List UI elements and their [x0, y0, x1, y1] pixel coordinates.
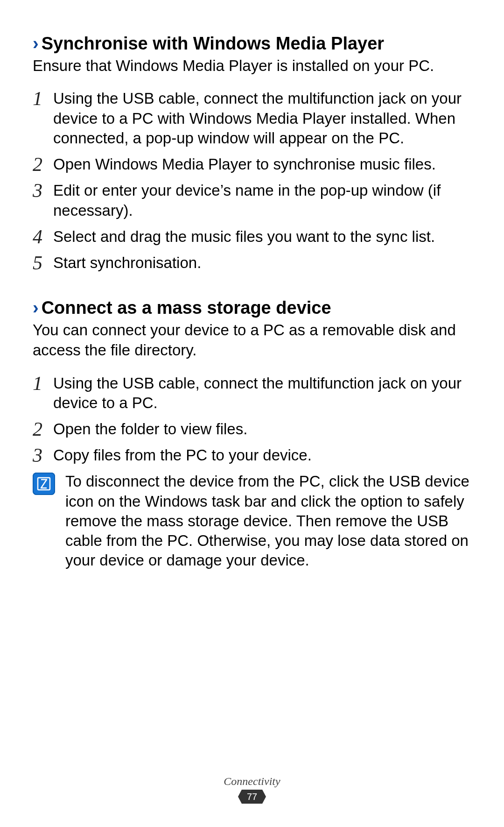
page-number-badge: 77 — [238, 790, 266, 804]
step-number: 3 — [33, 181, 53, 200]
step-text: Using the USB cable, connect the multifu… — [53, 374, 471, 413]
note-icon — [33, 473, 55, 495]
step-item: 4 Select and drag the music files you wa… — [33, 227, 471, 247]
note-block: To disconnect the device from the PC, cl… — [33, 472, 471, 570]
step-number: 1 — [33, 89, 53, 108]
step-text: Open Windows Media Player to synchronise… — [53, 155, 471, 174]
step-number: 5 — [33, 253, 53, 273]
section-intro-sync: Ensure that Windows Media Player is inst… — [33, 56, 471, 76]
section-intro-mass-storage: You can connect your device to a PC as a… — [33, 320, 471, 360]
footer-chapter: Connectivity — [0, 775, 504, 788]
page-footer: Connectivity 77 — [0, 775, 504, 806]
step-number: 4 — [33, 227, 53, 247]
manual-page: ›Synchronise with Windows Media Player E… — [0, 0, 504, 827]
step-item: 3 Copy files from the PC to your device. — [33, 445, 471, 465]
step-item: 2 Open the folder to view files. — [33, 419, 471, 439]
step-number: 2 — [33, 155, 53, 174]
steps-list-mass-storage: 1 Using the USB cable, connect the multi… — [33, 374, 471, 466]
step-item: 2 Open Windows Media Player to synchroni… — [33, 155, 471, 174]
step-text: Copy files from the PC to your device. — [53, 445, 471, 465]
chevron-icon: › — [33, 298, 39, 318]
step-text: Using the USB cable, connect the multifu… — [53, 89, 471, 148]
step-number: 3 — [33, 445, 53, 465]
step-number: 2 — [33, 419, 53, 439]
step-item: 3 Edit or enter your device’s name in th… — [33, 181, 471, 220]
section-heading-sync: ›Synchronise with Windows Media Player — [33, 33, 471, 55]
section-title-text: Connect as a mass storage device — [42, 298, 331, 318]
step-text: Open the folder to view files. — [53, 419, 471, 439]
step-text: Start synchronisation. — [53, 253, 471, 273]
step-text: Edit or enter your device’s name in the … — [53, 181, 471, 220]
page-number: 77 — [238, 790, 266, 804]
step-number: 1 — [33, 374, 53, 393]
note-text: To disconnect the device from the PC, cl… — [65, 472, 471, 570]
section-heading-mass-storage: ›Connect as a mass storage device — [33, 297, 471, 319]
chevron-icon: › — [33, 34, 39, 53]
note-icon-wrap — [33, 472, 58, 495]
step-text: Select and drag the music files you want… — [53, 227, 471, 247]
section-title-text: Synchronise with Windows Media Player — [42, 34, 385, 53]
step-item: 5 Start synchronisation. — [33, 253, 471, 273]
step-item: 1 Using the USB cable, connect the multi… — [33, 374, 471, 413]
step-item: 1 Using the USB cable, connect the multi… — [33, 89, 471, 148]
steps-list-sync: 1 Using the USB cable, connect the multi… — [33, 89, 471, 273]
